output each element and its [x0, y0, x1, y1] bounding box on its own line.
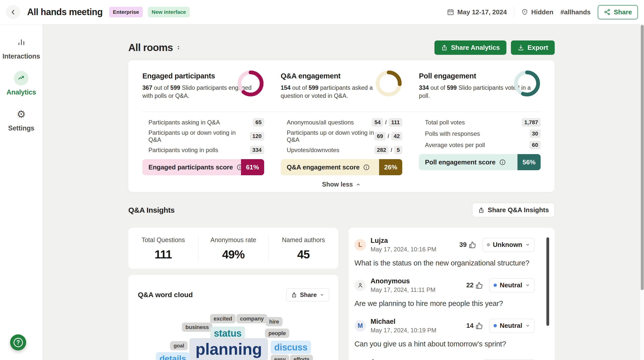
event-code-label: #allhands [560, 8, 591, 16]
question-item: M Michael May 17, 2024, 10:19 PM [354, 318, 535, 348]
info-icon[interactable] [499, 159, 506, 166]
sidebar-item-analytics[interactable]: Analytics [7, 71, 36, 96]
word-cloud-word[interactable]: goal [170, 341, 188, 350]
sentiment-select[interactable]: Neutral [489, 319, 535, 333]
back-button[interactable] [6, 5, 20, 19]
app-header: All hands meeting EnterpriseNew interfac… [0, 0, 644, 24]
word-cloud-word[interactable]: details [156, 352, 190, 360]
word-cloud-word[interactable]: excited [210, 314, 236, 323]
word-cloud-word[interactable]: hire [266, 317, 283, 326]
overview-bottom-row: Participants asking in Q&A 65 Participan… [142, 118, 541, 175]
date-range-label: May 12-17, 2024 [457, 8, 507, 16]
donut-chart [237, 70, 264, 97]
stat-value: 334 [250, 146, 264, 154]
stat-row: Participants up or down voting in Q&A 69… [281, 129, 403, 143]
question-list: L Lujza May 17, 2024, 10:16 PM [354, 237, 535, 360]
metric-count: 367 [142, 84, 152, 91]
sentiment-select[interactable]: Neutral [489, 278, 535, 292]
thumbs-up-icon [476, 282, 483, 289]
visibility-label: Hidden [531, 8, 553, 16]
sidebar: Interactions Analytics ⚙ Settings [0, 24, 43, 360]
main-content: All rooms Share Analytics Export [43, 24, 644, 360]
question-timestamp: May 17, 2024, 11:11 PM [371, 286, 435, 293]
questions-scrollbar-thumb[interactable] [546, 237, 549, 326]
export-label: Export [528, 44, 548, 52]
stat-row: Upvotes/downvotes 282/5 [281, 146, 403, 155]
share-up-icon [441, 44, 448, 51]
word-cloud-word[interactable]: discuss [271, 341, 311, 354]
stat-value: 65 [253, 118, 264, 127]
sentiment-label: Neutral [500, 322, 522, 330]
qa-stat-label: Total Questions [128, 236, 198, 244]
score-percentage-chip: 26% [379, 159, 402, 175]
word-cloud-word[interactable]: efforts [290, 355, 313, 360]
visibility-status[interactable]: Hidden [521, 8, 553, 16]
stat-label: Anonymous/all questions [287, 119, 354, 126]
sentiment-label: Unknown [493, 241, 522, 249]
qa-questions-card: L Lujza May 17, 2024, 10:16 PM [348, 228, 555, 360]
stat-rows: Total poll votes 1,787 Polls with respon… [419, 118, 541, 150]
chevron-up-icon [355, 182, 361, 187]
share-qa-insights-label: Share Q&A Insights [488, 206, 549, 214]
avatar-initial: L [358, 241, 362, 248]
sentiment-select[interactable]: Unknown [482, 238, 535, 252]
question-timestamp: May 17, 2024, 10:19 PM [371, 327, 436, 334]
upvote-count[interactable]: 22 [466, 281, 483, 289]
show-less-label: Show less [322, 181, 353, 188]
show-less-button[interactable]: Show less [142, 175, 541, 192]
upvote-count[interactable]: 39 [459, 241, 476, 249]
sidebar-item-settings[interactable]: ⚙ Settings [8, 107, 34, 132]
qa-stat: Anonymous rate 49% [198, 236, 269, 261]
overview-top-row: Engaged participants 367 out of 599 Slid… [142, 71, 541, 107]
stat-row: Anonymous/all questions 54/111 [281, 118, 403, 127]
metric-column: Q&A engagement 154 out of 599 participan… [281, 71, 403, 107]
metric-column: Engaged participants 367 out of 599 Slid… [142, 71, 264, 107]
shield-alert-icon [521, 9, 528, 16]
share-qa-insights-button[interactable]: Share Q&A Insights [472, 203, 555, 217]
question-item: Anonymous May 17, 2024, 10:14 PM 13 [354, 358, 535, 360]
header-badges: EnterpriseNew interface [109, 7, 190, 17]
score-label: Q&A engagement score [287, 163, 360, 171]
metric-total: 599 [309, 84, 318, 91]
stat-rows: Participants asking in Q&A 65 Participan… [142, 118, 264, 155]
stat-value: 42 [391, 132, 402, 141]
stat-label: Participants asking in Q&A [148, 119, 220, 126]
stat-label: Average votes per poll [425, 142, 485, 149]
help-button[interactable]: ? [10, 334, 26, 350]
chevron-down-icon [525, 242, 530, 247]
rooms-label: All rooms [128, 42, 173, 53]
word-cloud-word[interactable]: company [236, 314, 267, 323]
share-event-button[interactable]: Share [598, 5, 638, 19]
analytics-toolbar: All rooms Share Analytics Export [128, 40, 555, 55]
page-scrollbar-thumb[interactable] [641, 25, 644, 290]
share-analytics-button[interactable]: Share Analytics [434, 40, 506, 55]
upvote-count[interactable]: 14 [466, 322, 483, 330]
stat-value: 69 [374, 132, 385, 141]
info-icon[interactable] [363, 164, 370, 171]
qa-stat-label: Named authors [268, 236, 338, 244]
author-name: Michael [371, 318, 436, 326]
word-cloud-word[interactable]: business [182, 323, 212, 332]
word-cloud-title: Q&A word cloud [138, 291, 193, 299]
vote-number: 22 [466, 281, 474, 289]
donut-chart [375, 70, 402, 97]
chevron-down-icon [525, 323, 530, 328]
gear-icon: ⚙ [17, 107, 26, 121]
export-button[interactable]: Export [511, 40, 555, 55]
stat-label: Participants voting in polls [148, 147, 218, 154]
word-cloud-word[interactable]: planning [189, 338, 268, 360]
metric-detail-column: Participants asking in Q&A 65 Participan… [142, 118, 264, 175]
stat-values: 282/5 [374, 146, 402, 154]
question-text: What is the status on the new organizati… [354, 259, 535, 267]
question-timestamp: May 17, 2024, 10:16 PM [371, 246, 436, 253]
sidebar-item-label: Analytics [7, 88, 36, 96]
word-cloud-word[interactable]: easy [271, 355, 289, 360]
word-cloud-word[interactable]: people [265, 329, 289, 338]
share-up-icon [291, 292, 297, 298]
rooms-selector[interactable]: All rooms [128, 42, 182, 53]
stat-row: Participants up or down voting in Q&A 12… [142, 129, 264, 143]
metric-column: Poll engagement 334 out of 599 Slido par… [419, 71, 541, 107]
stat-label: Total poll votes [425, 119, 465, 126]
share-word-cloud-button[interactable]: Share [286, 288, 329, 301]
sidebar-item-interactions[interactable]: Interactions [3, 35, 40, 60]
